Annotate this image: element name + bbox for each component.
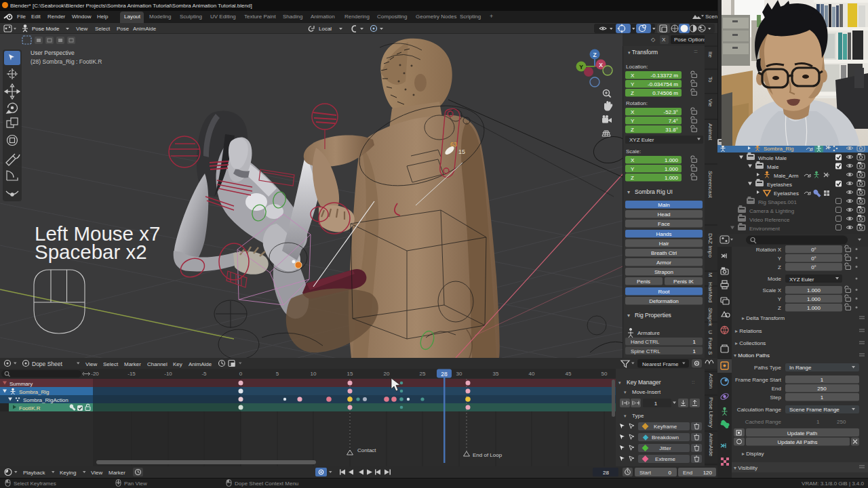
svg-text:1: 1: [693, 339, 696, 345]
svg-text:X: X: [631, 73, 635, 79]
svg-text:Rig Shapes.001: Rig Shapes.001: [758, 199, 797, 205]
svg-text:35: 35: [493, 371, 499, 377]
svg-text:Face: Face: [658, 221, 670, 227]
svg-text:0: 0: [669, 470, 672, 476]
svg-text:120: 120: [703, 470, 713, 476]
svg-text:Spacebar x2: Spacebar x2: [35, 241, 147, 263]
svg-text:Dope Sheet: Dope Sheet: [32, 361, 63, 367]
svg-text:Camera & Lighting: Camera & Lighting: [749, 208, 794, 214]
svg-text:Keyframe: Keyframe: [654, 424, 677, 430]
svg-text:X: X: [599, 62, 603, 68]
svg-text:28: 28: [603, 470, 609, 476]
svg-text:Update Path: Update Path: [787, 430, 817, 436]
svg-text:▾: ▾: [627, 312, 630, 319]
svg-text:Calculation Range: Calculation Range: [737, 407, 782, 413]
svg-text:Mode: Mode: [768, 276, 782, 282]
svg-text:U: U: [707, 330, 713, 334]
svg-text:45: 45: [566, 371, 572, 377]
svg-text:Rotation X: Rotation X: [756, 247, 782, 253]
svg-text:M: M: [707, 272, 713, 277]
svg-text:Screencast: Screencast: [707, 171, 713, 199]
svg-text:Summary: Summary: [9, 381, 33, 387]
svg-text:To: To: [707, 77, 713, 83]
svg-text:▾: ▾: [618, 380, 621, 385]
svg-text:▾: ▾: [624, 390, 627, 394]
svg-text:Paths Type: Paths Type: [754, 365, 781, 371]
svg-text:▸ Collections: ▸ Collections: [735, 340, 766, 346]
svg-text:Z: Z: [631, 175, 634, 181]
svg-text:Pan View: Pan View: [124, 481, 147, 487]
svg-text:Dope Sheet Context Menu: Dope Sheet Context Menu: [235, 481, 298, 487]
svg-text:Z: Z: [631, 90, 634, 96]
svg-text:1.000: 1.000: [807, 296, 821, 302]
svg-text:Strapon: Strapon: [654, 269, 673, 275]
svg-text:Type: Type: [632, 413, 644, 419]
svg-text:1: 1: [821, 377, 824, 383]
svg-text:40: 40: [529, 371, 535, 377]
svg-text:250: 250: [817, 386, 827, 392]
svg-text:Penis: Penis: [637, 279, 650, 285]
svg-text:Male: Male: [767, 164, 779, 170]
svg-text:▾ Visibility: ▾ Visibility: [734, 465, 757, 471]
svg-text:Y: Y: [778, 296, 782, 302]
svg-text:Fuse S: Fuse S: [707, 338, 713, 354]
svg-text:XYZ Euler: XYZ Euler: [789, 277, 814, 283]
svg-text:Local: Local: [319, 26, 332, 32]
svg-text:Deformation: Deformation: [649, 298, 679, 304]
svg-text:Z: Z: [778, 264, 781, 270]
svg-text:1.000: 1.000: [665, 166, 679, 172]
svg-text:15: 15: [347, 371, 353, 377]
svg-text:Action: Action: [708, 373, 714, 388]
svg-text:Vie: Vie: [707, 99, 713, 107]
svg-text:Marker: Marker: [108, 470, 125, 476]
svg-text:15: 15: [458, 148, 465, 155]
svg-text:Sombra_RigAction: Sombra_RigAction: [23, 397, 68, 403]
svg-text:Keying: Keying: [60, 470, 76, 476]
svg-text:0: 0: [239, 371, 243, 377]
svg-text:Cached Range: Cached Range: [745, 419, 782, 425]
svg-text:Sombra Rig UI: Sombra Rig UI: [635, 188, 673, 195]
svg-text:0°: 0°: [811, 264, 816, 270]
svg-text:Marker: Marker: [124, 361, 141, 367]
svg-text:Playback: Playback: [23, 470, 45, 476]
svg-text:1.000: 1.000: [665, 175, 679, 181]
svg-text:▸ Display: ▸ Display: [742, 451, 764, 457]
svg-text:X: X: [631, 109, 635, 115]
svg-text:20: 20: [384, 371, 390, 377]
svg-text:Scale X: Scale X: [762, 287, 781, 293]
svg-text:Step: Step: [770, 394, 782, 401]
svg-text:AnimAide: AnimAide: [189, 361, 212, 367]
svg-text:End: End: [772, 386, 781, 392]
svg-text:Eyelashes: Eyelashes: [774, 190, 799, 197]
svg-text:End of Loop: End of Loop: [473, 452, 502, 458]
svg-text:End: End: [683, 470, 692, 476]
svg-text:FootIK.R: FootIK.R: [19, 405, 41, 411]
svg-text:Armature: Armature: [637, 330, 660, 336]
svg-text:Ite: Ite: [707, 52, 713, 58]
svg-text:Main: Main: [658, 202, 669, 208]
svg-text:Key: Key: [173, 361, 182, 367]
svg-text:Z: Z: [631, 127, 634, 133]
svg-text:Jitter: Jitter: [659, 445, 671, 451]
svg-text:Frame Range Start: Frame Range Start: [735, 377, 782, 383]
svg-text:Breath Ctrl: Breath Ctrl: [651, 250, 677, 256]
svg-text:▾: ▾: [627, 189, 630, 195]
svg-text:50: 50: [601, 371, 608, 377]
svg-text:Armor: Armor: [656, 260, 671, 266]
svg-text:Y: Y: [631, 166, 635, 172]
svg-text:(28) Sombra_Rig : FootIK.R: (28) Sombra_Rig : FootIK.R: [31, 58, 102, 65]
svg-text:Hand CTRL: Hand CTRL: [631, 339, 660, 345]
svg-text:▾: ▾: [624, 413, 627, 418]
svg-text:Video Reference: Video Reference: [749, 217, 790, 223]
svg-text:Y: Y: [778, 256, 782, 262]
svg-text:Hair: Hair: [659, 241, 669, 247]
svg-text:-10: -10: [164, 371, 172, 377]
svg-text:-52.3°: -52.3°: [664, 109, 678, 115]
svg-text:Channel: Channel: [147, 361, 167, 367]
svg-text:Nearest Frame: Nearest Frame: [642, 361, 679, 367]
svg-text:Y: Y: [631, 81, 635, 87]
svg-text:Y: Y: [631, 118, 635, 124]
svg-text:1: 1: [654, 401, 658, 407]
svg-text:Environment: Environment: [749, 226, 781, 232]
svg-text:-0.13372 m: -0.13372 m: [651, 73, 679, 79]
